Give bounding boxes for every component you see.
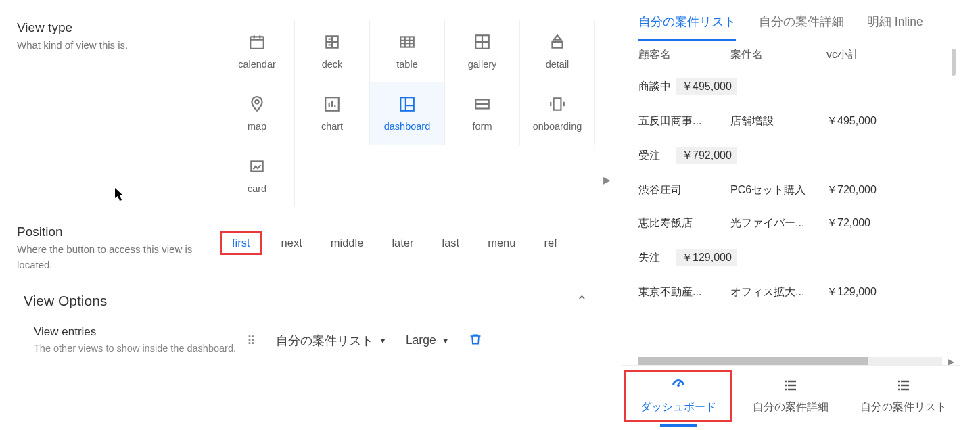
entry-view-select[interactable]: 自分の案件リスト ▼ xyxy=(276,333,387,349)
deck-icon xyxy=(323,33,341,53)
view-type-desc: What kind of view this is. xyxy=(17,38,213,53)
view-type-gallery[interactable]: gallery xyxy=(445,20,520,82)
view-type-label: table xyxy=(396,59,417,70)
form-icon xyxy=(473,95,491,116)
bottom-nav-detail[interactable]: 自分の案件詳細 xyxy=(737,377,845,414)
onboarding-icon xyxy=(549,95,566,116)
list-icon xyxy=(895,377,912,393)
bottom-nav-dashboard[interactable]: ダッシュボード xyxy=(624,370,732,422)
position-menu[interactable]: menu xyxy=(478,231,525,255)
group-row[interactable]: 失注￥129,000 xyxy=(638,240,960,276)
svg-rect-8 xyxy=(554,98,561,110)
cell-anken: PC6セット購入 xyxy=(730,183,826,197)
detail-icon xyxy=(782,377,799,393)
cell-subtotal: ￥72,000 xyxy=(826,216,870,231)
table-icon xyxy=(398,33,416,53)
position-first[interactable]: first xyxy=(220,231,262,255)
group-row[interactable]: 受注￥792,000 xyxy=(638,138,960,174)
next-arrow-icon[interactable]: ▶ xyxy=(603,174,611,185)
view-type-label: chart xyxy=(321,121,343,132)
view-type-label: dashboard xyxy=(384,121,431,132)
cell-subtotal: ￥720,000 xyxy=(826,183,877,197)
view-type-dashboard[interactable]: dashboard xyxy=(370,82,445,145)
chevron-down-icon: ▼ xyxy=(442,336,450,345)
scroll-right-icon[interactable]: ▶ xyxy=(948,357,954,365)
dashboard-icon xyxy=(670,377,687,393)
table-header[interactable]: 顧客名 xyxy=(638,48,730,62)
entry-view-value: 自分の案件リスト xyxy=(276,333,373,349)
view-type-form[interactable]: form xyxy=(445,82,520,145)
gallery-icon xyxy=(473,33,491,53)
position-middle[interactable]: middle xyxy=(321,231,373,255)
scrollbar-vertical[interactable] xyxy=(952,49,956,76)
group-sum: ￥495,000 xyxy=(676,78,737,95)
cell-anken: オフィス拡大... xyxy=(730,285,826,300)
group-sum: ￥792,000 xyxy=(676,147,737,164)
cell-anken: 光ファイバー... xyxy=(730,216,826,231)
svg-point-10 xyxy=(677,384,680,387)
bottom-nav: ダッシュボード自分の案件詳細自分の案件リスト xyxy=(622,365,960,426)
view-type-label: calendar xyxy=(238,59,276,70)
position-next[interactable]: next xyxy=(272,231,312,255)
position-later[interactable]: later xyxy=(382,231,423,255)
view-type-calendar[interactable]: calendar xyxy=(220,20,295,82)
view-type-detail[interactable]: detail xyxy=(520,20,595,82)
preview-tab[interactable]: 明細 Inline xyxy=(867,14,923,41)
preview-tab[interactable]: 自分の案件リスト xyxy=(638,14,736,41)
cell-subtotal: ￥129,000 xyxy=(826,285,877,300)
entry-size-value: Large xyxy=(406,333,436,348)
table-row[interactable]: 恵比寿飯店光ファイバー...￥72,000 xyxy=(638,207,960,240)
view-entries-desc: The other views to show inside the dashb… xyxy=(34,341,247,356)
cell-anken: 店舗増設 xyxy=(730,114,826,128)
cell-customer: 渋谷庄司 xyxy=(638,183,730,197)
table-row[interactable]: 五反田商事...店舗増設￥495,000 xyxy=(638,105,960,138)
view-type-label: map xyxy=(248,121,266,132)
position-desc: Where the button to access this view is … xyxy=(17,242,213,272)
bottom-nav-label: 自分の案件リスト xyxy=(860,400,947,414)
view-options-title: View Options xyxy=(24,293,107,309)
position-title: Position xyxy=(17,224,213,239)
view-type-card[interactable]: card xyxy=(220,145,295,207)
group-row[interactable]: 商談中￥495,000 xyxy=(638,69,960,105)
preview-tabs: 自分の案件リスト自分の案件詳細明細 Inline xyxy=(638,0,960,41)
view-type-onboarding[interactable]: onboarding xyxy=(520,82,595,145)
position-ref[interactable]: ref xyxy=(534,231,566,255)
entry-size-select[interactable]: Large ▼ xyxy=(406,333,450,348)
view-type-grid: calendardecktablegallerydetailmapchartda… xyxy=(220,20,608,207)
table-row[interactable]: 渋谷庄司PC6セット購入￥720,000 xyxy=(638,174,960,207)
view-type-deck[interactable]: deck xyxy=(295,20,370,82)
table-header[interactable]: vc小計 xyxy=(826,48,901,62)
preview-tab[interactable]: 自分の案件詳細 xyxy=(759,14,844,41)
view-type-chart[interactable]: chart xyxy=(295,82,370,145)
table-body: 商談中￥495,000五反田商事...店舗増設￥495,000受注￥792,00… xyxy=(638,69,960,309)
group-label: 商談中 xyxy=(638,80,676,94)
cell-customer: 恵比寿飯店 xyxy=(638,216,730,231)
svg-rect-6 xyxy=(400,97,414,111)
view-entries-title: View entries xyxy=(34,325,247,339)
svg-rect-2 xyxy=(400,37,414,47)
view-type-title: View type xyxy=(17,20,213,35)
view-type-label: gallery xyxy=(468,59,497,70)
view-type-label: card xyxy=(248,183,266,194)
table-header[interactable]: 案件名 xyxy=(730,48,826,62)
bottom-nav-label: ダッシュボード xyxy=(640,400,716,414)
bottom-nav-label: 自分の案件詳細 xyxy=(753,400,829,414)
drag-handle-icon[interactable]: ⠿ xyxy=(247,333,257,348)
position-last[interactable]: last xyxy=(433,231,469,255)
view-type-label: detail xyxy=(546,59,569,70)
cell-customer: 東京不動産... xyxy=(638,285,730,300)
chevron-down-icon: ▼ xyxy=(379,336,387,345)
scrollbar-horizontal[interactable] xyxy=(638,357,868,365)
view-type-table[interactable]: table xyxy=(370,20,445,82)
bottom-nav-list[interactable]: 自分の案件リスト xyxy=(849,377,958,414)
table-row[interactable]: 東京不動産...オフィス拡大...￥129,000 xyxy=(638,276,960,309)
delete-entry-button[interactable] xyxy=(469,332,482,350)
collapse-icon[interactable]: ⌃ xyxy=(576,293,608,309)
position-options: firstnextmiddlelaterlastmenuref xyxy=(220,224,608,255)
group-label: 受注 xyxy=(638,149,676,163)
group-sum: ￥129,000 xyxy=(676,249,737,266)
map-icon xyxy=(248,95,266,116)
view-type-label: form xyxy=(473,121,492,132)
view-type-map[interactable]: map xyxy=(220,82,295,145)
svg-rect-9 xyxy=(251,161,262,171)
